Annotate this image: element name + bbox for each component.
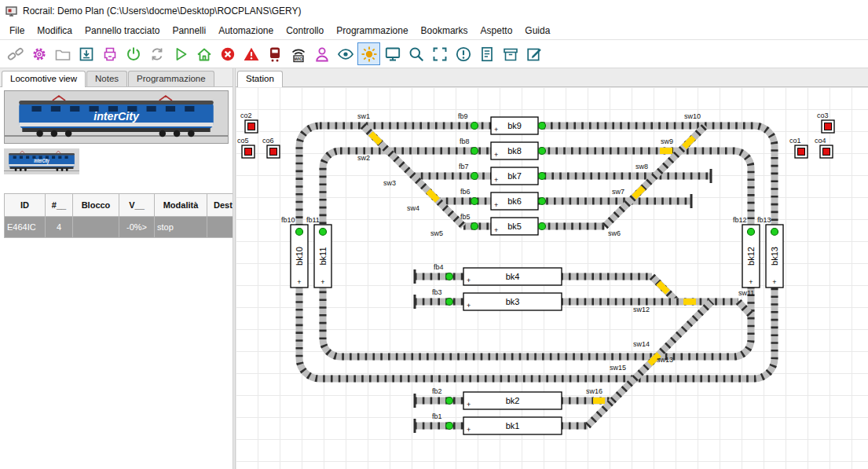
switch-route-indicator [658,283,668,292]
signal-co1[interactable]: co1 [789,137,808,158]
svg-text:bk11: bk11 [318,247,328,265]
alert-icon[interactable] [452,43,474,64]
power-icon[interactable] [123,43,144,64]
train-icon[interactable] [264,43,285,64]
block-enter-plus: + [467,277,471,284]
track-loop [299,126,775,379]
column-header-modalit[interactable]: Modalità [155,194,207,217]
switch-label-sw13: sw13 [657,356,673,364]
folder-icon[interactable] [52,43,73,64]
sensor-dot[interactable] [539,223,546,230]
block-bk2[interactable]: bk2+ [463,392,562,409]
tab-programmazione[interactable]: Programmazione [128,71,214,86]
menu-guida[interactable]: Guida [518,23,556,38]
loco-row[interactable]: E464IC4-0%>stop [5,217,264,238]
block-bk7[interactable]: bk7+ [491,167,538,185]
menu-pannelli[interactable]: Pannelli [166,23,212,38]
menu-bookmarks[interactable]: Bookmarks [415,23,474,38]
track-segment [588,401,613,426]
svg-text:fb2: fb2 [432,387,442,395]
svg-text:co2: co2 [240,112,252,119]
block-enter-plus: + [494,226,498,234]
search-icon[interactable] [405,43,427,64]
svg-text:bk4: bk4 [506,272,520,281]
block-bk9[interactable]: bk9+ [491,117,538,134]
switch-label-sw11: sw11 [738,289,754,297]
user-icon[interactable] [311,43,332,64]
menu-programmazione[interactable]: Programmazione [330,23,414,38]
svg-text:fb1: fb1 [432,412,442,420]
block-enter-plus: + [749,278,753,286]
svg-text:bk13: bk13 [770,247,779,266]
svg-text:interCity: interCity [93,110,140,123]
sensor-dot[interactable] [539,173,546,180]
eye-icon[interactable] [335,43,356,64]
svg-text:co6: co6 [262,137,274,145]
menu-pannello-tracciato[interactable]: Pannello tracciato [79,23,166,38]
menu-controllo[interactable]: Controllo [280,23,330,38]
switch-label-sw12: sw12 [633,306,650,313]
signal-co6[interactable]: co6 [262,137,280,158]
column-header-id[interactable]: ID [5,194,46,217]
svg-text:bk10: bk10 [295,247,304,266]
block-bk3[interactable]: bk3+ [463,293,562,310]
save-icon[interactable] [75,43,97,64]
signal-co4[interactable]: co4 [815,137,833,158]
tab-notes[interactable]: Notes [86,71,127,86]
svg-text:co5: co5 [237,137,249,145]
sun-icon[interactable] [358,43,379,64]
svg-text:bk9: bk9 [507,121,522,130]
disconnect-icon[interactable] [5,43,26,64]
block-bk1[interactable]: bk1+ [463,417,562,434]
menu-modifica[interactable]: Modifica [31,23,79,38]
toolbar: WIO [0,40,868,68]
column-header-[interactable]: #__ [46,194,73,217]
loco-cell: E464IC [5,217,46,238]
svg-text:bk12: bk12 [746,247,756,266]
switch-label-sw7: sw7 [612,188,624,196]
title-bar: Rocrail: Demo Plan (C:\Users\docme\Deskt… [0,0,868,22]
monitor-icon[interactable] [382,43,403,64]
block-bk8[interactable]: bk8+ [491,142,538,159]
svg-text:fb4: fb4 [434,263,444,271]
app-icon [5,5,17,17]
switch-label-sw3: sw3 [383,179,396,187]
stop-icon[interactable] [217,43,238,64]
play-icon[interactable] [170,43,191,64]
archive-icon[interactable] [500,43,521,64]
refresh-icon[interactable] [146,43,167,64]
edit-icon[interactable] [523,43,544,64]
switch-label-sw8: sw8 [635,163,648,170]
block-enter-plus: + [494,126,498,134]
block-enter-plus: + [297,278,301,286]
warning-icon[interactable] [240,43,262,64]
home-icon[interactable] [193,43,214,64]
block-bk6[interactable]: bk6+ [491,192,538,210]
expand-icon[interactable] [429,43,450,64]
block-bk4[interactable]: bk4+ [463,268,562,285]
svg-text:bk7: bk7 [507,171,522,181]
column-header-blocco[interactable]: Blocco [73,194,119,217]
window-title: Rocrail: Demo Plan (C:\Users\docme\Deskt… [23,5,302,16]
column-header-v[interactable]: V__ [119,194,155,217]
sensor-dot[interactable] [539,148,546,155]
sensor-dot[interactable] [539,123,546,130]
locomotive-thumbnail[interactable]: interCity [4,148,79,174]
signal-co2[interactable]: co2 [240,112,258,133]
block-bk5[interactable]: bk5+ [491,218,538,235]
locomotive-table: ID#__BloccoV__ModalitàDestinazioE464IC4-… [4,193,264,238]
signal-co5[interactable]: co5 [237,137,255,158]
plan-tab-station[interactable]: Station [237,71,283,87]
loco-cell: stop [155,217,207,238]
wio-icon[interactable]: WIO [288,43,309,64]
menu-file[interactable]: File [3,23,31,38]
gear-icon[interactable] [28,43,49,64]
print-icon[interactable] [99,43,120,64]
menu-aspetto[interactable]: Aspetto [474,23,519,38]
tab-locomotive-view[interactable]: Locomotive view [2,71,86,87]
switch-label-sw9: sw9 [661,137,673,145]
menu-automazione[interactable]: Automazione [212,23,280,38]
sensor-dot[interactable] [539,198,546,205]
report-icon[interactable] [476,43,497,64]
signal-co3[interactable]: co3 [817,112,834,133]
